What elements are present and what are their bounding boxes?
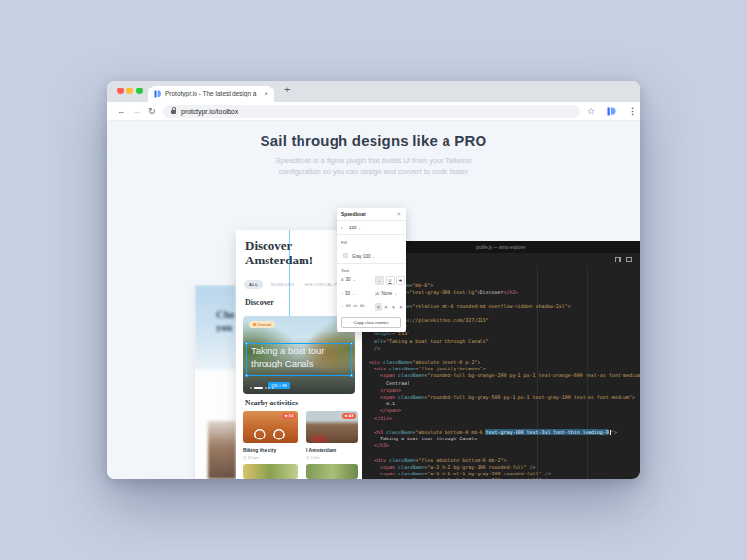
code-line: <span className="w-2 h-2 bg-gray-100 rou… <box>369 464 640 471</box>
tab-strip: Prototypr.io - The latest design a × + <box>107 81 640 102</box>
selection-handle[interactable] <box>350 342 353 345</box>
opacity-icon: ◐ <box>341 226 344 230</box>
new-tab-button[interactable]: + <box>284 84 290 95</box>
rating-badge: ★ 5.0 <box>282 413 296 419</box>
code-line: <div className="mb-6"> <box>369 282 640 289</box>
prototypr-favicon-icon <box>154 90 161 98</box>
forward-icon[interactable]: → <box>132 106 141 116</box>
code-line: <h3 className="absolute bottom-0 mb-6 te… <box>369 429 640 436</box>
code-line: </span> <box>369 387 640 394</box>
plugin-title: Speedboat <box>341 212 366 217</box>
font-size-dropdown[interactable]: A 30 ⌄ <box>341 277 356 282</box>
code-line: Centraal <box>369 380 640 387</box>
badge-icon <box>253 323 256 326</box>
back-icon[interactable]: ← <box>117 106 125 116</box>
blurred-heading-text: Cho you <box>216 308 235 333</box>
split-editor-icon[interactable] <box>615 257 621 262</box>
prototypr-extension-icon[interactable] <box>607 107 616 116</box>
carousel-dots[interactable] <box>250 387 274 390</box>
code-line: src="https://placekitten.com/327/213" <box>369 317 640 324</box>
browser-window: Prototypr.io - The latest design a × + ←… <box>107 81 640 479</box>
selection-handle[interactable] <box>245 374 248 377</box>
code-line: </div> <box>369 415 640 422</box>
code-line: 4.1 <box>369 401 640 407</box>
code-line: Taking a boat tour through Canals <box>369 436 640 442</box>
page-subtitle-line2: configuration so you can design and conv… <box>107 167 640 176</box>
address-bar[interactable]: prototypr.io/toolbox <box>163 105 580 118</box>
text-decoration-none-button[interactable]: – <box>375 276 384 285</box>
blurred-previous-slide: Cho you <box>195 285 236 479</box>
nearby-card-biking[interactable]: ★ 5.0 Biking the city ◷ 12 km <box>243 411 298 460</box>
code-line: /> <box>369 345 640 352</box>
case-none-button[interactable]: – <box>341 304 343 308</box>
align-right-button[interactable]: ≡ <box>390 303 397 311</box>
maximize-window-button[interactable] <box>136 88 143 94</box>
star-icon: ★ <box>285 414 288 418</box>
line-height-dropdown[interactable]: ↕ 30 ⌄ <box>341 291 355 296</box>
divider <box>337 263 406 264</box>
code-line <box>369 352 640 359</box>
page-title: Sail through designs like a PRO <box>107 132 640 149</box>
code-line <box>369 296 640 302</box>
layout-panel-icon[interactable] <box>626 257 632 262</box>
fill-label: Fill <box>341 240 347 245</box>
strikethrough-button[interactable]: S <box>396 276 405 285</box>
next-row-image <box>306 464 358 479</box>
code-lines[interactable]: <div className="mb-6"><h2 className="tex… <box>369 282 640 479</box>
code-line: </h3> <box>369 442 640 449</box>
filter-tab-all[interactable]: ALL <box>244 280 263 289</box>
browser-menu-icon[interactable]: ⋮ <box>628 106 637 116</box>
bookmark-star-icon[interactable]: ☆ <box>587 106 595 116</box>
font-size-icon: A <box>341 278 344 282</box>
code-line: <h2 className="text-gray-900 text-lg">Di… <box>369 289 640 296</box>
minimize-window-button[interactable] <box>126 88 133 94</box>
browser-tab[interactable]: Prototypr.io - The latest design a × <box>148 86 274 102</box>
code-line: <div className="flex absolute bottom-0 m… <box>369 457 640 464</box>
browser-toolbar: ← → ↻ prototypr.io/toolbox ☆ ⋮ <box>107 102 640 121</box>
letter-spacing-dropdown[interactable]: |A| None ⌄ <box>375 291 398 296</box>
case-upper-button[interactable]: AB <box>346 304 351 308</box>
star-icon: ★ <box>345 414 348 418</box>
filter-tab-museums[interactable]: MUSEUMS <box>271 282 294 287</box>
card-title: I Amsterdam <box>306 447 358 453</box>
card-title: Biking the city <box>243 447 298 453</box>
code-line: </span> <box>369 407 640 414</box>
align-justify-button[interactable]: ≡ <box>398 303 405 311</box>
close-window-button[interactable] <box>117 88 124 94</box>
copy-class-names-button[interactable]: Copy class names <box>341 317 401 328</box>
reload-icon[interactable]: ↻ <box>148 106 156 116</box>
close-tab-icon[interactable]: × <box>264 90 268 98</box>
photo-badge: Centraal <box>249 321 275 328</box>
figma-selection-box[interactable]: Taking a boat tour through Canals <box>246 343 352 376</box>
chevron-down-icon: ⌄ <box>372 254 374 259</box>
align-left-button[interactable]: ≡ <box>375 303 382 311</box>
tab-title: Prototypr.io - The latest design a <box>165 90 260 97</box>
code-line: height="213" <box>369 331 640 337</box>
plugin-header: Speedboat ✕ <box>337 208 406 221</box>
chevron-down-icon: ⌄ <box>353 277 356 282</box>
page-content: Sail through designs like a PRO Speedboa… <box>107 121 640 479</box>
selection-handle[interactable] <box>245 342 248 345</box>
case-title-button[interactable]: Ab <box>360 304 365 308</box>
nearby-card-amsterdam[interactable]: ★ 4.8 I Amsterdam ◷ 1 km <box>306 411 358 460</box>
selection-handle[interactable] <box>350 374 353 377</box>
code-line: <img <box>369 310 640 317</box>
card-distance: ◷ 1 km <box>306 455 358 460</box>
nearby-section-heading: Nearby activities <box>245 399 298 407</box>
bike-photo: ★ 5.0 <box>243 411 298 443</box>
code-line <box>369 450 640 457</box>
plugin-close-icon[interactable]: ✕ <box>396 211 401 217</box>
url-text: prototypr.io/toolbox <box>181 108 238 115</box>
blurred-building-image <box>208 421 236 479</box>
editor-window-title: profile.js — amst-explorer <box>476 245 525 250</box>
speedboat-plugin-panel: Speedboat ✕ ◐ 100 ⌄ Fill Gray 100 ⌄ Text… <box>337 208 406 332</box>
design-heading-line2: Amsterdam! <box>245 253 313 268</box>
design-heading-line1: Discover <box>245 238 292 254</box>
opacity-row[interactable]: ◐ 100 ⌄ <box>337 221 406 235</box>
letter-spacing-icon: |A| <box>375 292 380 296</box>
case-lower-button[interactable]: ab <box>353 304 357 308</box>
underline-button[interactable]: U <box>386 276 395 285</box>
align-center-button[interactable]: ≡ <box>383 303 390 311</box>
code-line: <span className="w-4 h-1 ml-1 bg-gray-50… <box>369 477 640 479</box>
fill-value-dropdown[interactable]: Gray 100 ⌄ <box>337 249 406 263</box>
